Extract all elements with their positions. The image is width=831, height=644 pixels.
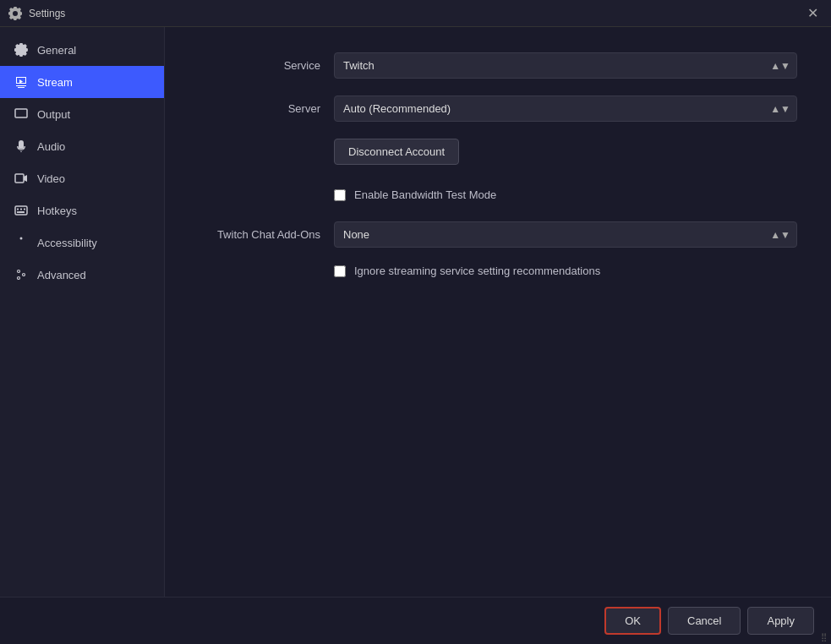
sidebar-label-output: Output	[37, 108, 150, 121]
service-control: Twitch YouTube Facebook Live Custom RTMP…	[334, 52, 797, 79]
close-button[interactable]: ✕	[802, 3, 823, 24]
svg-rect-4	[20, 209, 22, 210]
sidebar-label-accessibility: Accessibility	[37, 237, 150, 249]
sidebar-item-output[interactable]: Output	[0, 98, 164, 130]
settings-icon	[8, 7, 22, 20]
twitch-addons-select-wrapper: None Add-On 1 Add-On 2 ▲▼	[334, 221, 797, 248]
sidebar-item-stream[interactable]: Stream	[0, 66, 164, 98]
advanced-icon	[14, 267, 29, 282]
sidebar-item-audio[interactable]: Audio	[0, 130, 164, 162]
hotkeys-icon	[14, 203, 29, 218]
server-control: Auto (Recommended) US West US East EU We…	[334, 96, 797, 122]
svg-rect-2	[15, 206, 27, 215]
main-layout: General Stream Output	[0, 27, 831, 644]
sidebar-label-general: General	[37, 44, 150, 57]
server-select-wrapper: Auto (Recommended) US West US East EU We…	[334, 96, 797, 122]
svg-point-11	[18, 277, 20, 280]
output-icon	[14, 106, 29, 122]
ignore-recommendations-label: Ignore streaming service setting recomme…	[354, 265, 600, 277]
resize-handle[interactable]: ⣿	[817, 630, 829, 642]
sidebar-item-advanced[interactable]: Advanced	[0, 259, 164, 291]
svg-rect-3	[17, 209, 19, 210]
sidebar-item-video[interactable]: Video	[0, 162, 164, 194]
twitch-addons-label: Twitch Chat Add-Ons	[199, 228, 334, 241]
svg-rect-7	[19, 211, 25, 213]
gear-icon	[14, 42, 29, 57]
ignore-recommendations-row: Ignore streaming service setting recomme…	[199, 265, 797, 277]
sidebar: General Stream Output	[0, 27, 165, 644]
bandwidth-test-row: Enable Bandwidth Test Mode	[199, 188, 797, 201]
sidebar-item-hotkeys[interactable]: Hotkeys	[0, 194, 164, 226]
server-select[interactable]: Auto (Recommended) US West US East EU We…	[334, 96, 797, 122]
svg-point-9	[18, 270, 20, 273]
ok-button[interactable]: OK	[604, 607, 661, 635]
service-label: Service	[199, 59, 334, 72]
video-icon	[14, 171, 29, 186]
sidebar-label-hotkeys: Hotkeys	[37, 205, 150, 217]
server-row: Server Auto (Recommended) US West US Eas…	[199, 96, 797, 122]
audio-icon	[14, 139, 29, 154]
ignore-recommendations-checkbox[interactable]	[334, 265, 346, 277]
bandwidth-test-label: Enable Bandwidth Test Mode	[354, 188, 496, 201]
content-area: Service Twitch YouTube Facebook Live Cus…	[165, 27, 831, 644]
title-bar-title: Settings	[29, 8, 65, 19]
sidebar-label-audio: Audio	[37, 140, 150, 153]
twitch-addons-select[interactable]: None Add-On 1 Add-On 2	[334, 221, 797, 248]
disconnect-account-button[interactable]: Disconnect Account	[334, 139, 459, 165]
sidebar-label-video: Video	[37, 172, 150, 185]
sidebar-label-stream: Stream	[37, 76, 150, 89]
server-label: Server	[199, 102, 334, 115]
svg-point-8	[20, 237, 23, 240]
svg-rect-6	[17, 211, 19, 213]
stream-icon	[14, 74, 29, 90]
footer: OK Cancel Apply	[0, 597, 831, 644]
sidebar-label-advanced: Advanced	[37, 269, 150, 281]
sidebar-item-accessibility[interactable]: Accessibility	[0, 226, 164, 259]
service-select[interactable]: Twitch YouTube Facebook Live Custom RTMP	[334, 52, 797, 79]
service-select-wrapper: Twitch YouTube Facebook Live Custom RTMP…	[334, 52, 797, 79]
service-row: Service Twitch YouTube Facebook Live Cus…	[199, 52, 797, 79]
apply-button[interactable]: Apply	[747, 607, 814, 635]
title-bar: Settings ✕	[0, 0, 831, 27]
svg-rect-1	[15, 174, 24, 183]
svg-rect-0	[15, 109, 27, 117]
svg-point-10	[23, 274, 25, 276]
twitch-addons-control: None Add-On 1 Add-On 2 ▲▼	[334, 221, 797, 248]
bandwidth-test-checkbox[interactable]	[334, 189, 346, 201]
title-bar-left: Settings	[8, 7, 65, 20]
accessibility-icon	[14, 235, 29, 250]
disconnect-row: Disconnect Account	[199, 139, 797, 165]
twitch-addons-row: Twitch Chat Add-Ons None Add-On 1 Add-On…	[199, 221, 797, 248]
svg-rect-5	[24, 209, 25, 210]
sidebar-item-general[interactable]: General	[0, 34, 164, 66]
cancel-button[interactable]: Cancel	[668, 607, 741, 635]
